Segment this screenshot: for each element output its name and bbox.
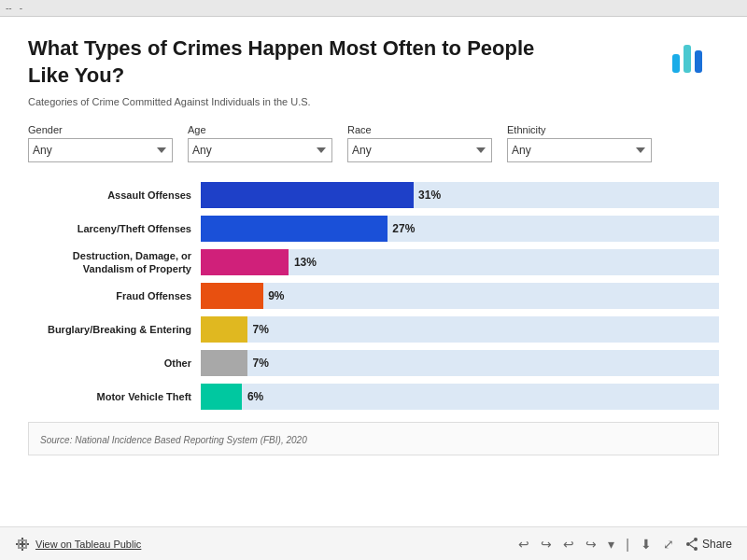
bottom-bar: View on Tableau Public ↩ ↪ ↩ ↪ ▾ | ⬇ ⤢ S… (0, 526, 747, 560)
filter-label-gender: Gender (28, 124, 173, 135)
redo2-icon[interactable]: ↪ (585, 537, 597, 552)
bar-pct-3: 9% (268, 289, 284, 302)
bar-pct-5: 7% (253, 357, 269, 370)
chart-row-4: Burglary/Breaking & Entering7% (28, 315, 719, 343)
bar-track-6: 6% (201, 384, 719, 410)
svg-rect-4 (18, 539, 27, 541)
bar-label-4: Burglary/Breaking & Entering (28, 323, 201, 336)
bar-fill-3 (201, 283, 263, 309)
bar-label-1: Larceny/Theft Offenses (28, 222, 201, 235)
bar-fill-0 (201, 182, 414, 208)
tableau-logo-icon (15, 537, 30, 552)
svg-line-9 (690, 540, 694, 543)
bar-pct-1: 27% (392, 222, 415, 235)
chevron-down-icon[interactable]: ▾ (608, 537, 614, 552)
filters-row: GenderAnyAgeAnyRaceAnyEthnicityAny (28, 124, 719, 162)
svg-point-7 (686, 542, 690, 546)
filter-select-age[interactable]: Any (188, 138, 332, 162)
bar-pct-2: 13% (294, 256, 317, 269)
main-card: What Types of Crimes Happen Most Often t… (0, 17, 747, 560)
bar-fill-6 (201, 384, 242, 410)
logo-bar (684, 45, 691, 73)
undo-icon[interactable]: ↩ (518, 537, 529, 552)
header-row: What Types of Crimes Happen Most Often t… (28, 35, 719, 89)
bar-label-0: Assault Offenses (28, 189, 201, 202)
chart-row-5: Other7% (28, 349, 719, 377)
chart-container: Assault Offenses31%Larceny/Theft Offense… (28, 181, 719, 411)
filter-label-race: Race (347, 124, 492, 135)
bar-fill-4 (201, 316, 247, 343)
filter-group-race: RaceAny (347, 124, 492, 162)
svg-point-6 (694, 538, 698, 541)
bar-pct-4: 7% (253, 323, 269, 336)
subtitle: Categories of Crime Committed Against In… (28, 96, 719, 107)
filter-label-age: Age (188, 124, 332, 135)
chart-row-3: Fraud Offenses9% (28, 282, 719, 310)
bar-track-0: 31% (201, 182, 719, 208)
bar-pct-6: 6% (247, 390, 263, 403)
source-box: Source: National Incidence Based Reporti… (28, 422, 719, 455)
filter-select-ethnicity[interactable]: Any (507, 138, 652, 162)
source-text: Source: National Incidence Based Reporti… (40, 435, 307, 445)
chart-row-6: Motor Vehicle Theft6% (28, 383, 719, 411)
tableau-icon (15, 537, 30, 552)
bar-fill-5 (201, 350, 247, 376)
filter-label-ethnicity: Ethnicity (507, 124, 652, 135)
view-tableau-label[interactable]: View on Tableau Public (35, 539, 141, 550)
bottom-left: View on Tableau Public (15, 537, 141, 552)
svg-line-10 (690, 545, 694, 548)
bar-track-5: 7% (201, 350, 719, 376)
logo-bar (672, 54, 680, 73)
bar-fill-1 (201, 216, 388, 242)
bottom-right: ↩ ↪ ↩ ↪ ▾ | ⬇ ⤢ Share (518, 537, 732, 552)
filter-select-race[interactable]: Any (347, 138, 492, 162)
filter-group-age: AgeAny (188, 124, 332, 162)
chart-row-2: Destruction, Damage, or Vandalism of Pro… (28, 248, 719, 276)
bar-track-2: 13% (201, 249, 719, 275)
bar-label-6: Motor Vehicle Theft (28, 390, 201, 403)
share-button[interactable]: Share (685, 538, 732, 551)
separator-icon: | (626, 537, 629, 552)
share-icon (685, 538, 698, 551)
chart-row-1: Larceny/Theft Offenses27% (28, 215, 719, 243)
svg-rect-5 (18, 547, 27, 549)
filter-group-gender: GenderAny (28, 124, 173, 162)
page-title: What Types of Crimes Happen Most Often t… (28, 35, 570, 89)
bar-track-4: 7% (201, 316, 719, 343)
filter-select-gender[interactable]: Any (28, 138, 173, 162)
chart-row-0: Assault Offenses31% (28, 181, 719, 209)
bar-pct-0: 31% (418, 189, 441, 202)
bar-label-2: Destruction, Damage, or Vandalism of Pro… (28, 249, 201, 276)
bar-label-5: Other (28, 357, 201, 370)
bar-track-3: 9% (201, 283, 719, 309)
share-label: Share (702, 538, 732, 551)
bar-fill-2 (201, 249, 289, 275)
download-icon[interactable]: ⬇ (641, 537, 652, 552)
redo-icon[interactable]: ↪ (541, 537, 552, 552)
fullscreen-icon[interactable]: ⤢ (663, 537, 674, 552)
topbar-dash1: -- (6, 3, 12, 13)
bar-track-1: 27% (201, 216, 719, 242)
logo-bar (695, 50, 702, 73)
logo (672, 35, 719, 73)
undo2-icon[interactable]: ↩ (563, 537, 574, 552)
svg-point-8 (694, 547, 698, 551)
bar-label-3: Fraud Offenses (28, 289, 201, 302)
filter-group-ethnicity: EthnicityAny (507, 124, 652, 162)
topbar-dash2: - (20, 3, 22, 13)
